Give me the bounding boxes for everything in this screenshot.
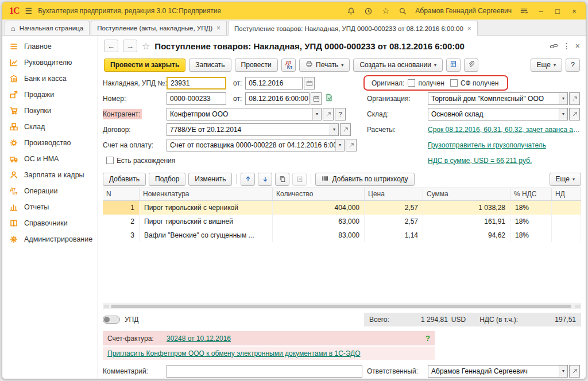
cell-n[interactable]: 1 (103, 201, 140, 215)
close-document-icon[interactable]: × (575, 41, 580, 50)
invoice-date-input[interactable]: 05.12.2016 (245, 77, 303, 90)
invoice-link[interactable]: 30248 от 10.12.2016 (167, 335, 231, 343)
contractor-help-button[interactable]: ? (335, 108, 346, 120)
kebab-menu-icon[interactable]: ⋮ (563, 41, 571, 50)
responsible-combo[interactable]: Абрамов Геннадий Сергеевич ▾ (428, 365, 568, 378)
create-based-on-button[interactable]: Создать на основании ▾ (353, 59, 443, 72)
open-item-icon[interactable] (340, 123, 351, 136)
sidebar-item-admin[interactable]: Администрирование (2, 231, 98, 247)
column-header[interactable]: НД (552, 188, 581, 200)
cell-n[interactable]: 3 (103, 228, 140, 242)
sidebar-item-sales[interactable]: Продажи (2, 87, 98, 103)
pick-items-button[interactable]: Подбор (149, 173, 185, 186)
sidebar-item-manager[interactable]: Руководителю (2, 55, 98, 71)
sf-received-checkbox[interactable] (450, 79, 458, 87)
tab-close-icon[interactable]: × (216, 24, 220, 32)
calendar-icon[interactable] (304, 77, 315, 90)
organization-combo[interactable]: Торговый дом "Комплексный" ООО ▾ (428, 92, 568, 105)
favorite-star-icon[interactable]: ☆ (142, 41, 150, 52)
number-date-input[interactable]: 08.12.2016 6:00:00 (245, 92, 310, 105)
payment-invoice-combo[interactable]: Счет от поставщика 0000-000228 от 04.12.… (167, 139, 345, 151)
cell-n[interactable]: 2 (103, 215, 140, 228)
cell-qty[interactable]: 83,000 (273, 228, 365, 242)
add-row-button[interactable]: Добавить (103, 173, 146, 186)
cell-name[interactable]: Пирог тирольский с черникой (140, 201, 273, 215)
tab-receipts-list[interactable]: Поступление (акты, накладные, УПД) × (91, 21, 227, 35)
sidebar-item-production[interactable]: Производство (2, 135, 98, 151)
maximize-button[interactable]: □ (553, 7, 562, 15)
sidebar-item-operations[interactable]: ДтКтОперации (2, 183, 98, 199)
open-item-icon[interactable] (569, 365, 580, 378)
cell-qty[interactable]: 404,000 (273, 201, 365, 215)
table-row[interactable]: 1Пирог тирольский с черникой404,0002,571… (103, 201, 581, 215)
back-button[interactable]: ← (104, 40, 118, 52)
close-button[interactable]: × (570, 7, 579, 15)
column-header[interactable]: Цена (365, 188, 423, 200)
discrepancy-checkbox[interactable] (106, 157, 114, 164)
tab-close-icon[interactable]: × (467, 25, 471, 33)
cell-sum[interactable]: 161,91 (423, 215, 510, 228)
move-row-up-button[interactable] (241, 173, 255, 186)
contractor-combo[interactable]: Конфетпром ООО ▾ (167, 108, 322, 120)
open-item-icon[interactable] (569, 92, 580, 105)
invoice-number-input[interactable]: 23931 (167, 77, 226, 90)
warehouse-combo[interactable]: Основной склад ▾ (428, 108, 568, 120)
invoice-help-icon[interactable]: ? (425, 334, 430, 343)
search-icon[interactable] (398, 6, 408, 16)
shipper-consignee-link[interactable]: Грузоотправитель и грузополучатель (428, 141, 546, 149)
attachments-button[interactable] (464, 59, 478, 72)
cell-vat[interactable]: 18% (510, 201, 552, 215)
contract-combo[interactable]: 7788/УЕ от 20.12.2014 ▾ (167, 123, 339, 136)
cell-price[interactable]: 2,57 (365, 201, 423, 215)
table-row[interactable]: 3Вафли "Венские" со сгущенным ...83,0001… (103, 228, 581, 242)
current-user[interactable]: Абрамов Геннадий Сергеевич (415, 7, 512, 15)
dtkt-postings-button[interactable]: ДтКт (281, 59, 296, 72)
cell-sum[interactable]: 94,62 (423, 228, 510, 242)
upd-toggle[interactable] (103, 316, 120, 324)
chevron-down-icon[interactable]: ▾ (335, 139, 344, 151)
chevron-down-icon[interactable]: ▾ (312, 108, 321, 120)
sidebar-item-warehouse[interactable]: Склад (2, 119, 98, 135)
cell-extra[interactable] (552, 201, 581, 215)
edo-invite-link[interactable]: Пригласить Конфетпром ООО к обмену элект… (107, 349, 361, 357)
report-structure-button[interactable] (446, 59, 461, 72)
minimize-button[interactable]: – (536, 7, 546, 15)
post-and-close-button[interactable]: Провести и закрыть (104, 59, 185, 72)
cell-qty[interactable]: 63,000 (273, 215, 365, 228)
chevron-down-icon[interactable]: ▾ (330, 124, 338, 135)
vat-in-total-link[interactable]: НДС в сумме, USD = 66,211 руб. (428, 157, 532, 165)
tab-receipt-document[interactable]: Поступление товаров: Накладная, УПД 0000… (228, 21, 478, 36)
print-button[interactable]: Печать ▾ (299, 59, 350, 72)
copy-row-button[interactable] (275, 173, 289, 186)
sidebar-item-main[interactable]: Главное (2, 38, 98, 55)
column-header[interactable]: N (103, 188, 140, 200)
edit-row-button[interactable]: Изменить (188, 173, 232, 186)
sidebar-item-references[interactable]: Справочники (2, 215, 98, 231)
cell-vat[interactable]: 18% (510, 215, 552, 228)
column-header[interactable]: Количество (273, 188, 365, 200)
open-item-icon[interactable] (346, 139, 357, 151)
cell-extra[interactable] (552, 215, 581, 228)
post-button[interactable]: Провести (235, 59, 278, 72)
chevron-down-icon[interactable]: ▾ (559, 108, 567, 120)
number-input[interactable]: 0000-000233 (167, 92, 226, 105)
sidebar-item-reports[interactable]: Отчеты (2, 199, 98, 215)
open-item-icon[interactable] (323, 108, 334, 120)
service-menu-icon[interactable] (519, 6, 529, 16)
table-row[interactable]: 2Пирог тирольский с вишней63,0002,57161,… (103, 215, 581, 228)
main-menu-icon[interactable]: ☰ (25, 6, 33, 15)
cell-sum[interactable]: 1 038,28 (423, 201, 510, 215)
sidebar-item-bank[interactable]: Банк и касса (2, 71, 98, 87)
notifications-bell-icon[interactable] (346, 6, 356, 16)
sidebar-item-assets[interactable]: ОС и НМА (2, 151, 98, 167)
paste-row-button[interactable] (292, 173, 307, 186)
cell-price[interactable]: 2,57 (365, 215, 423, 228)
settlements-link[interactable]: Срок 08.12.2016, 60.31, 60.32, зачет ава… (428, 126, 580, 134)
column-header[interactable]: Сумма (423, 188, 510, 200)
chevron-down-icon[interactable]: ▾ (559, 93, 567, 104)
cell-extra[interactable] (552, 228, 581, 242)
column-header[interactable]: % НДС (510, 188, 552, 200)
chevron-down-icon[interactable]: ▾ (559, 366, 567, 377)
scroll-right-button[interactable] (575, 305, 580, 308)
history-icon[interactable] (363, 6, 373, 16)
